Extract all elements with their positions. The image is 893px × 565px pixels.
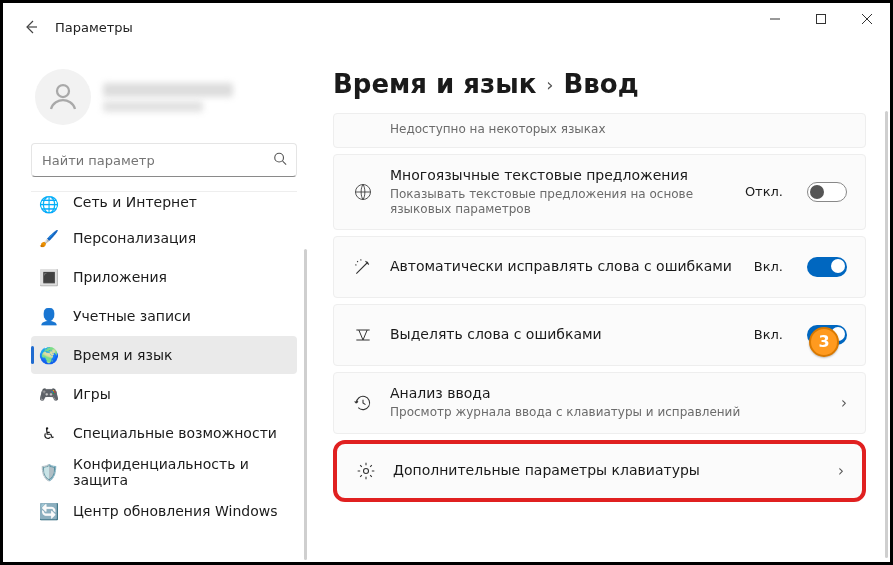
user-email-masked — [103, 101, 203, 112]
title-bar: Параметры — [3, 3, 890, 51]
maximize-button[interactable] — [798, 3, 844, 35]
card-subtitle: Просмотр журнала ввода с клавиатуры и ис… — [390, 405, 817, 420]
user-info — [103, 83, 233, 112]
sidebar-item-time-language[interactable]: 🌍 Время и язык — [31, 336, 297, 374]
page-title: Ввод — [564, 69, 639, 99]
sidebar: 🌐 Сеть и Интернет 🖌️ Персонализация 🔳 Пр… — [3, 51, 309, 565]
sidebar-item-accessibility[interactable]: ♿ Специальные возможности — [31, 414, 297, 452]
breadcrumb-parent[interactable]: Время и язык — [333, 69, 536, 99]
avatar — [35, 69, 91, 125]
search-box[interactable] — [31, 143, 297, 177]
svg-point-1 — [57, 85, 69, 97]
gamepad-icon: 🎮 — [39, 384, 59, 404]
card-title: Дополнительные параметры клавиатуры — [393, 462, 814, 480]
gear-icon — [355, 461, 377, 481]
sidebar-item-label: Центр обновления Windows — [73, 503, 277, 519]
card-multilang-suggestions[interactable]: Многоязычные текстовые предложения Показ… — [333, 154, 866, 230]
highlight-icon — [352, 325, 374, 345]
back-button[interactable] — [11, 7, 51, 47]
sidebar-item-label: Персонализация — [73, 230, 196, 246]
toggle-status: Вкл. — [754, 259, 783, 274]
search-input[interactable] — [31, 143, 297, 177]
window-title: Параметры — [55, 20, 133, 35]
sidebar-scrollbar[interactable] — [304, 249, 307, 560]
toggle-status: Откл. — [745, 184, 783, 199]
minimize-button[interactable] — [752, 3, 798, 35]
card-subtitle: Недоступно на некоторых языках — [390, 122, 847, 137]
card-highlight-misspelled[interactable]: Выделять слова с ошибками Вкл. — [333, 304, 866, 366]
card-partial-note: Недоступно на некоторых языках — [333, 113, 866, 148]
sidebar-item-label: Игры — [73, 386, 111, 402]
update-icon: 🔄 — [39, 501, 59, 521]
main-content: Время и язык › Ввод Недоступно на некото… — [309, 51, 890, 565]
svg-point-4 — [364, 468, 369, 473]
close-button[interactable] — [844, 3, 890, 35]
svg-rect-0 — [817, 15, 826, 24]
chevron-right-icon: › — [841, 394, 847, 412]
main-scrollbar[interactable] — [885, 111, 888, 558]
chevron-right-icon: › — [838, 462, 844, 480]
account-icon: 👤 — [39, 306, 59, 326]
toggle-switch[interactable] — [807, 257, 847, 277]
globe-clock-icon: 🌍 — [39, 345, 59, 365]
history-icon — [352, 393, 374, 413]
card-autocorrect[interactable]: Автоматически исправлять слова с ошибкам… — [333, 236, 866, 298]
toggle-switch[interactable] — [807, 182, 847, 202]
arrow-left-icon — [23, 19, 39, 35]
card-title: Многоязычные текстовые предложения — [390, 167, 729, 185]
chevron-right-icon: › — [546, 74, 553, 95]
card-title: Автоматически исправлять слова с ошибкам… — [390, 258, 738, 276]
sidebar-item-gaming[interactable]: 🎮 Игры — [31, 375, 297, 413]
sidebar-item-label: Конфиденциальность и защита — [73, 456, 287, 488]
card-title: Анализ ввода — [390, 385, 817, 403]
close-icon — [862, 14, 872, 24]
user-account-block[interactable] — [31, 55, 297, 135]
window-controls — [752, 3, 890, 35]
sidebar-item-label: Специальные возможности — [73, 425, 277, 441]
svg-point-2 — [275, 153, 284, 162]
sidebar-item-privacy[interactable]: 🛡️ Конфиденциальность и защита — [31, 453, 297, 491]
apps-icon: 🔳 — [39, 267, 59, 287]
network-icon: 🌐 — [39, 194, 59, 214]
card-subtitle: Показывать текстовые предложения на осно… — [390, 187, 729, 217]
breadcrumb: Время и язык › Ввод — [333, 69, 866, 99]
sidebar-item-personalization[interactable]: 🖌️ Персонализация — [31, 219, 297, 257]
card-advanced-keyboard[interactable]: Дополнительные параметры клавиатуры › — [333, 440, 866, 502]
sidebar-item-apps[interactable]: 🔳 Приложения — [31, 258, 297, 296]
wand-icon — [352, 257, 374, 277]
person-icon — [45, 79, 81, 115]
sidebar-item-network[interactable]: 🌐 Сеть и Интернет — [31, 194, 297, 218]
language-icon — [352, 182, 374, 202]
brush-icon: 🖌️ — [39, 228, 59, 248]
sidebar-item-windows-update[interactable]: 🔄 Центр обновления Windows — [31, 492, 297, 530]
accessibility-icon: ♿ — [39, 423, 59, 443]
sidebar-item-label: Приложения — [73, 269, 167, 285]
user-name-masked — [103, 83, 233, 97]
sidebar-item-accounts[interactable]: 👤 Учетные записи — [31, 297, 297, 335]
nav-list: 🌐 Сеть и Интернет 🖌️ Персонализация 🔳 Пр… — [31, 191, 297, 530]
maximize-icon — [816, 14, 826, 24]
card-input-analysis[interactable]: Анализ ввода Просмотр журнала ввода с кл… — [333, 372, 866, 434]
search-icon — [273, 151, 287, 170]
annotation-step-badge: 3 — [809, 327, 839, 357]
toggle-status: Вкл. — [754, 327, 783, 342]
settings-list: Недоступно на некоторых языках Многоязыч… — [333, 113, 866, 502]
sidebar-item-label: Сеть и Интернет — [73, 194, 197, 210]
sidebar-item-label: Время и язык — [73, 347, 172, 363]
sidebar-item-label: Учетные записи — [73, 308, 191, 324]
minimize-icon — [770, 14, 780, 24]
card-title: Выделять слова с ошибками — [390, 326, 738, 344]
shield-icon: 🛡️ — [39, 462, 59, 482]
